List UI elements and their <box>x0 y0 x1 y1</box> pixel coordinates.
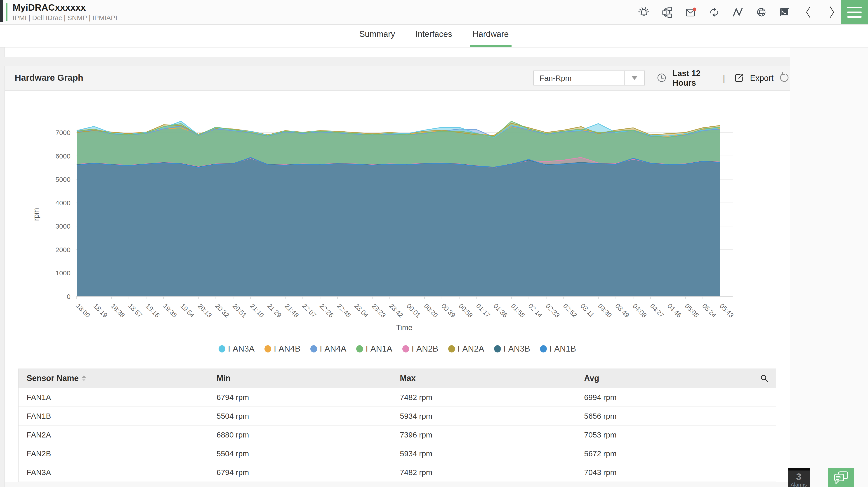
svg-text:20:51: 20:51 <box>231 302 248 319</box>
svg-text:23:42: 23:42 <box>388 302 405 319</box>
fan-rpm-chart[interactable]: 0100020003000400050006000700018:0018:191… <box>5 90 790 344</box>
terminal-icon[interactable] <box>778 6 791 19</box>
panel-controls: Last 12 Hours | Export <box>656 66 790 90</box>
table-row[interactable]: FAN2A 6880 rpm 7396 rpm 7053 rpm <box>19 426 776 444</box>
alarm-count: 3 <box>796 472 801 482</box>
svg-text:18:38: 18:38 <box>110 302 126 319</box>
svg-text:03:49: 03:49 <box>614 302 631 319</box>
column-sensor-name[interactable]: Sensor Name <box>19 373 209 383</box>
page-gutter <box>790 48 868 487</box>
chevron-right-icon[interactable] <box>826 6 838 19</box>
panel-title: Hardware Graph <box>15 73 83 83</box>
legend-item-fan1a[interactable]: FAN1A <box>356 344 392 354</box>
svg-text:03:11: 03:11 <box>579 302 595 318</box>
svg-text:rpm: rpm <box>32 208 40 221</box>
export-label[interactable]: Export <box>750 73 774 83</box>
svg-text:4000: 4000 <box>55 199 70 207</box>
legend-dot <box>494 345 501 353</box>
svg-text:6000: 6000 <box>55 152 70 160</box>
legend-item-fan2a[interactable]: FAN2A <box>448 344 484 354</box>
svg-text:19:54: 19:54 <box>179 302 196 319</box>
export-icon[interactable] <box>733 72 745 85</box>
legend-label: FAN1B <box>550 344 576 354</box>
menu-icon[interactable] <box>841 0 868 24</box>
svg-text:1000: 1000 <box>55 269 70 277</box>
mail-icon[interactable] <box>684 6 697 19</box>
globe-icon[interactable] <box>755 6 768 19</box>
legend-dot <box>265 345 271 353</box>
svg-text:00:01: 00:01 <box>405 302 422 319</box>
svg-text:5000: 5000 <box>55 176 70 183</box>
legend-dot <box>402 345 409 353</box>
svg-text:04:08: 04:08 <box>631 302 648 319</box>
chevron-down-icon[interactable] <box>624 71 645 85</box>
sparkline-icon[interactable] <box>732 6 744 19</box>
refresh-icon[interactable] <box>778 72 790 84</box>
tab-summary[interactable]: Summary <box>356 29 398 47</box>
min-cell: 5504 rpm <box>209 449 392 458</box>
panel-header: Hardware Graph Fan-Rpm Last 12 Hours | <box>5 66 790 91</box>
tab-hardware[interactable]: Hardware <box>470 29 511 47</box>
svg-text:0: 0 <box>67 293 70 300</box>
legend-dot <box>448 345 455 353</box>
legend-item-fan1b[interactable]: FAN1B <box>540 344 576 354</box>
min-cell: 6794 rpm <box>209 468 392 477</box>
table-search[interactable] <box>734 373 776 383</box>
svg-text:05:24: 05:24 <box>701 302 718 319</box>
table-row[interactable]: FAN1A 6794 rpm 7482 rpm 6994 rpm <box>19 388 776 407</box>
workflow-icon[interactable] <box>661 6 674 19</box>
sensor-name-cell: FAN3A <box>19 468 209 477</box>
sync-icon[interactable] <box>708 6 721 19</box>
column-max[interactable]: Max <box>392 373 576 383</box>
legend-label: FAN2B <box>412 344 438 354</box>
svg-text:00:58: 00:58 <box>458 302 474 319</box>
column-min[interactable]: Min <box>209 373 392 383</box>
min-cell: 5504 rpm <box>209 412 392 421</box>
column-avg[interactable]: Avg <box>576 373 734 383</box>
svg-text:Time: Time <box>396 323 412 332</box>
sort-icon[interactable] <box>82 375 86 381</box>
legend-item-fan4b[interactable]: FAN4B <box>265 344 301 354</box>
clock-icon[interactable] <box>656 72 668 85</box>
sensor-name-cell: FAN1B <box>19 412 209 421</box>
svg-text:21:48: 21:48 <box>283 302 300 319</box>
legend-label: FAN1A <box>366 344 392 354</box>
svg-text:22:07: 22:07 <box>301 302 318 319</box>
max-cell: 5934 rpm <box>392 449 576 458</box>
device-protocols: IPMI | Dell IDrac | SNMP | IPMIAPI <box>13 14 117 22</box>
table-row[interactable]: FAN1B 5504 rpm 5934 rpm 5656 rpm <box>19 407 776 426</box>
sensor-table: Sensor Name Min Max Avg FAN1A 6794 rpm 7… <box>18 368 776 482</box>
svg-text:03:30: 03:30 <box>596 302 613 319</box>
sensor-name-cell: FAN1A <box>19 393 209 402</box>
metric-dropdown[interactable]: Fan-Rpm <box>533 70 645 86</box>
avg-cell: 7053 rpm <box>576 430 734 439</box>
search-icon <box>760 373 769 383</box>
svg-text:3000: 3000 <box>55 222 70 230</box>
tab-interfaces[interactable]: Interfaces <box>413 29 455 47</box>
svg-text:01:55: 01:55 <box>509 302 526 319</box>
legend-label: FAN3B <box>504 344 530 354</box>
legend-label: FAN4A <box>320 344 346 354</box>
alarms-badge[interactable]: 3 Alarms <box>788 468 810 487</box>
legend-item-fan3a[interactable]: FAN3A <box>219 344 254 354</box>
svg-text:7000: 7000 <box>55 129 70 136</box>
legend-item-fan2b[interactable]: FAN2B <box>402 344 438 354</box>
svg-text:22:26: 22:26 <box>318 302 335 319</box>
svg-text:18:19: 18:19 <box>92 302 109 319</box>
svg-text:00:20: 00:20 <box>423 302 439 319</box>
time-range-label[interactable]: Last 12 Hours <box>673 69 715 88</box>
alarm-icon[interactable] <box>638 6 650 19</box>
table-row[interactable]: FAN2B 5504 rpm 5934 rpm 5672 rpm <box>19 444 776 463</box>
chat-icon <box>832 470 850 485</box>
svg-text:01:17: 01:17 <box>475 302 492 319</box>
table-row[interactable]: FAN3A 6794 rpm 7482 rpm 7043 rpm <box>19 463 776 482</box>
min-cell: 6794 rpm <box>209 393 392 402</box>
header-icons <box>638 0 838 24</box>
svg-text:00:39: 00:39 <box>440 302 457 319</box>
svg-text:18:57: 18:57 <box>127 302 144 319</box>
chevron-left-icon[interactable] <box>802 6 815 19</box>
legend-item-fan4a[interactable]: FAN4A <box>310 344 346 354</box>
feedback-chat-button[interactable] <box>828 468 854 487</box>
legend-item-fan3b[interactable]: FAN3B <box>494 344 530 354</box>
metric-dropdown-value: Fan-Rpm <box>534 74 624 83</box>
